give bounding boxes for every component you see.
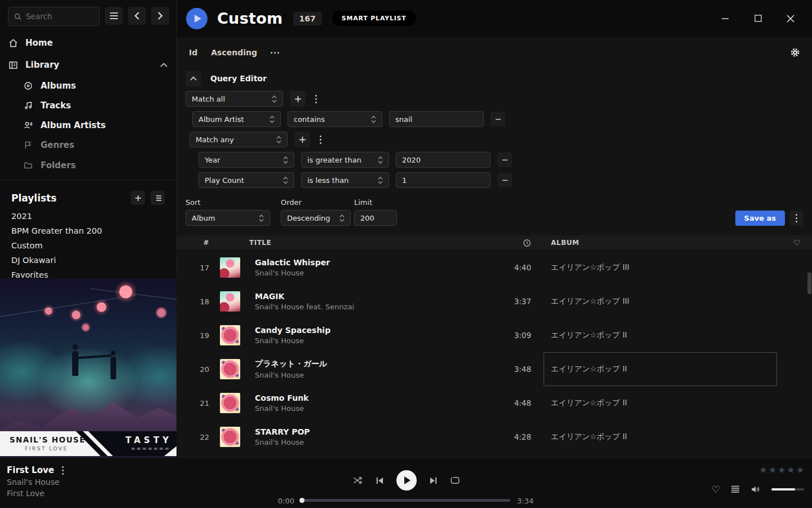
playlist-item[interactable]: 2021: [0, 209, 176, 224]
table-scrollbar[interactable]: [807, 240, 812, 457]
rule-field-select[interactable]: Year: [198, 152, 294, 168]
add-playlist-button[interactable]: [131, 191, 145, 205]
star-icon[interactable]: ★: [759, 465, 767, 475]
track-title[interactable]: MAGIK: [255, 292, 492, 301]
favorite-button[interactable]: ♡: [712, 484, 720, 495]
track-album[interactable]: エイリアン☆ポップ II: [544, 420, 777, 454]
sort-direction-button[interactable]: Ascending: [211, 48, 257, 57]
sidebar-item-album-artists[interactable]: Album Artists: [24, 120, 105, 130]
track-album[interactable]: エイリアン☆ポップ III: [544, 284, 777, 318]
star-icon[interactable]: ★: [778, 465, 785, 475]
queue-icon[interactable]: [731, 485, 740, 493]
group-menu-icon[interactable]: [317, 133, 324, 147]
track-artist[interactable]: Snail's House: [255, 404, 492, 413]
sidebar-item-genres[interactable]: Genres: [24, 140, 74, 150]
track-album[interactable]: エイリアン☆ポップ II: [544, 386, 777, 420]
rule-value-input[interactable]: [389, 111, 484, 127]
play-pause-button[interactable]: [396, 470, 417, 491]
column-header-duration[interactable]: [492, 239, 531, 247]
track-title[interactable]: Cosmo Funk: [255, 393, 492, 402]
table-row[interactable]: 21 Cosmo Funk Snail's House 4:48 エイリアン☆ポ…: [177, 386, 812, 420]
track-artist[interactable]: Snail's House: [255, 438, 492, 446]
column-header-title[interactable]: TITLE: [211, 239, 492, 247]
playlist-item[interactable]: BPM Greater than 200: [0, 224, 176, 238]
settings-gear-icon[interactable]: [790, 47, 800, 58]
save-menu-icon[interactable]: [789, 211, 803, 226]
sidebar-item-home[interactable]: Home: [0, 35, 176, 51]
window-minimize-button[interactable]: [717, 11, 733, 27]
next-track-button[interactable]: [429, 476, 438, 485]
sidebar-item-library[interactable]: Library: [0, 57, 176, 73]
volume-slider[interactable]: [771, 488, 804, 491]
search-input[interactable]: [26, 12, 88, 21]
remove-rule-button[interactable]: [491, 112, 505, 126]
remove-rule-button[interactable]: [497, 152, 512, 167]
rule-field-select[interactable]: Play Count: [198, 172, 294, 188]
group-menu-icon[interactable]: [312, 92, 320, 106]
track-album[interactable]: エイリアン☆ポップ II: [544, 352, 777, 386]
track-album[interactable]: エイリアン☆ポップ II: [544, 318, 777, 352]
column-header-favorite[interactable]: ♡: [777, 238, 812, 247]
star-icon[interactable]: ★: [769, 465, 776, 475]
table-row[interactable]: 22 STARRY POP Snail's House 4:28 エイリアン☆ポ…: [177, 420, 812, 454]
rule-operator-select[interactable]: is greater than: [301, 152, 389, 168]
rule-operator-select[interactable]: is less than: [301, 172, 389, 188]
limit-input[interactable]: [354, 210, 397, 226]
seek-handle[interactable]: [299, 498, 304, 503]
track-artist[interactable]: Snail's House feat. Sennzai: [255, 303, 492, 311]
sidebar-item-albums[interactable]: Albums: [24, 81, 76, 91]
window-close-button[interactable]: [783, 11, 798, 27]
search-box[interactable]: [8, 7, 100, 26]
playlist-list-button[interactable]: [151, 191, 165, 205]
column-header-album[interactable]: ALBUM: [544, 235, 777, 250]
rule-field-select[interactable]: Album Artist: [192, 111, 281, 127]
save-as-button[interactable]: Save as: [735, 211, 785, 226]
star-icon[interactable]: ★: [787, 465, 795, 475]
more-options-icon[interactable]: [271, 52, 279, 54]
collapse-chevron-icon[interactable]: [160, 63, 167, 67]
add-rule-button[interactable]: [294, 132, 310, 147]
add-rule-button[interactable]: [290, 91, 306, 107]
track-title[interactable]: STARRY POP: [255, 427, 492, 436]
remove-rule-button[interactable]: [497, 173, 512, 187]
table-row[interactable]: 19 Candy Spaceship Snail's House 3:09 エイ…: [177, 318, 812, 352]
volume-icon[interactable]: [751, 485, 761, 494]
nav-back-button[interactable]: [128, 7, 146, 25]
track-artist[interactable]: Snail's House: [255, 269, 492, 277]
track-artist[interactable]: Snail's House: [255, 336, 492, 345]
star-icon[interactable]: ★: [796, 465, 804, 475]
sidebar-item-tracks[interactable]: Tracks: [24, 100, 71, 111]
table-row[interactable]: 17 Galactic Whisper Snail's House 4:40 エ…: [177, 251, 812, 284]
repeat-button[interactable]: [450, 476, 460, 485]
shuffle-button[interactable]: [352, 476, 363, 485]
now-playing-cover-art[interactable]: SNAIL'S HOUSE FIRST LOVE TASTY: [0, 279, 176, 457]
seek-slider[interactable]: [302, 499, 510, 502]
order-select[interactable]: Descending: [281, 210, 351, 226]
track-album[interactable]: エイリアン☆ポップ III: [544, 251, 777, 284]
sort-select[interactable]: Album: [186, 210, 270, 226]
rule-value-input[interactable]: [396, 172, 491, 188]
menu-button[interactable]: [105, 7, 123, 25]
table-row[interactable]: 18 MAGIK Snail's House feat. Sennzai 3:3…: [177, 284, 812, 318]
folder-icon: [24, 161, 33, 170]
window-maximize-button[interactable]: [750, 11, 766, 27]
scrollbar-thumb[interactable]: [807, 273, 811, 294]
query-editor-collapse-button[interactable]: [186, 71, 201, 86]
previous-track-button[interactable]: [376, 476, 384, 485]
playlist-item[interactable]: Custom: [0, 238, 176, 253]
column-header-number[interactable]: #: [177, 239, 211, 247]
play-playlist-button[interactable]: [186, 8, 208, 29]
match-type-select[interactable]: Match any: [189, 132, 288, 147]
table-row[interactable]: 20 プラネット・ガール Snail's House 3:48 エイリアン☆ポッ…: [177, 352, 812, 386]
track-artist[interactable]: Snail's House: [255, 371, 492, 379]
nav-forward-button[interactable]: [151, 7, 169, 25]
track-title[interactable]: プラネット・ガール: [255, 359, 492, 369]
rule-value-input[interactable]: [396, 152, 491, 168]
track-title[interactable]: Candy Spaceship: [255, 326, 492, 335]
rule-operator-select[interactable]: contains: [288, 111, 382, 127]
track-title[interactable]: Galactic Whisper: [255, 258, 492, 267]
sidebar-item-folders[interactable]: Folders: [24, 160, 76, 170]
match-type-select[interactable]: Match all: [186, 91, 283, 107]
playlist-item[interactable]: DJ Okawari: [0, 253, 176, 268]
sort-field-button[interactable]: Id: [189, 48, 197, 57]
